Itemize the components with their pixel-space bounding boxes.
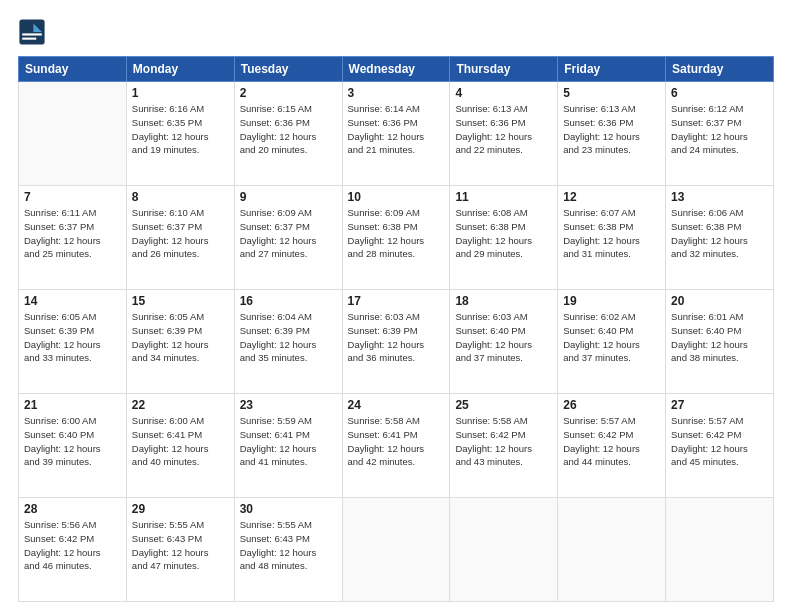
day-number: 8 xyxy=(132,190,229,204)
weekday-header: Tuesday xyxy=(234,57,342,82)
day-number: 1 xyxy=(132,86,229,100)
calendar-cell: 15Sunrise: 6:05 AM Sunset: 6:39 PM Dayli… xyxy=(126,290,234,394)
cell-text: Sunrise: 5:58 AM Sunset: 6:42 PM Dayligh… xyxy=(455,414,552,469)
calendar-cell xyxy=(342,498,450,602)
calendar-cell: 24Sunrise: 5:58 AM Sunset: 6:41 PM Dayli… xyxy=(342,394,450,498)
cell-text: Sunrise: 6:01 AM Sunset: 6:40 PM Dayligh… xyxy=(671,310,768,365)
cell-text: Sunrise: 6:00 AM Sunset: 6:41 PM Dayligh… xyxy=(132,414,229,469)
cell-text: Sunrise: 5:55 AM Sunset: 6:43 PM Dayligh… xyxy=(240,518,337,573)
day-number: 13 xyxy=(671,190,768,204)
cell-text: Sunrise: 6:15 AM Sunset: 6:36 PM Dayligh… xyxy=(240,102,337,157)
calendar-cell: 18Sunrise: 6:03 AM Sunset: 6:40 PM Dayli… xyxy=(450,290,558,394)
weekday-header: Friday xyxy=(558,57,666,82)
cell-text: Sunrise: 6:16 AM Sunset: 6:35 PM Dayligh… xyxy=(132,102,229,157)
day-number: 5 xyxy=(563,86,660,100)
day-number: 4 xyxy=(455,86,552,100)
page-header xyxy=(18,18,774,46)
calendar-cell: 19Sunrise: 6:02 AM Sunset: 6:40 PM Dayli… xyxy=(558,290,666,394)
cell-text: Sunrise: 5:58 AM Sunset: 6:41 PM Dayligh… xyxy=(348,414,445,469)
calendar-cell: 22Sunrise: 6:00 AM Sunset: 6:41 PM Dayli… xyxy=(126,394,234,498)
calendar-cell: 3Sunrise: 6:14 AM Sunset: 6:36 PM Daylig… xyxy=(342,82,450,186)
cell-text: Sunrise: 5:55 AM Sunset: 6:43 PM Dayligh… xyxy=(132,518,229,573)
calendar-week-row: 21Sunrise: 6:00 AM Sunset: 6:40 PM Dayli… xyxy=(19,394,774,498)
calendar-cell: 29Sunrise: 5:55 AM Sunset: 6:43 PM Dayli… xyxy=(126,498,234,602)
cell-text: Sunrise: 6:12 AM Sunset: 6:37 PM Dayligh… xyxy=(671,102,768,157)
calendar-cell xyxy=(450,498,558,602)
calendar-cell xyxy=(666,498,774,602)
day-number: 19 xyxy=(563,294,660,308)
day-number: 30 xyxy=(240,502,337,516)
calendar-cell: 11Sunrise: 6:08 AM Sunset: 6:38 PM Dayli… xyxy=(450,186,558,290)
day-number: 20 xyxy=(671,294,768,308)
calendar-week-row: 14Sunrise: 6:05 AM Sunset: 6:39 PM Dayli… xyxy=(19,290,774,394)
calendar-cell: 1Sunrise: 6:16 AM Sunset: 6:35 PM Daylig… xyxy=(126,82,234,186)
cell-text: Sunrise: 6:04 AM Sunset: 6:39 PM Dayligh… xyxy=(240,310,337,365)
cell-text: Sunrise: 5:56 AM Sunset: 6:42 PM Dayligh… xyxy=(24,518,121,573)
calendar-week-row: 28Sunrise: 5:56 AM Sunset: 6:42 PM Dayli… xyxy=(19,498,774,602)
calendar-cell: 10Sunrise: 6:09 AM Sunset: 6:38 PM Dayli… xyxy=(342,186,450,290)
calendar-table: SundayMondayTuesdayWednesdayThursdayFrid… xyxy=(18,56,774,602)
logo xyxy=(18,18,50,46)
day-number: 17 xyxy=(348,294,445,308)
weekday-header: Sunday xyxy=(19,57,127,82)
calendar-cell: 9Sunrise: 6:09 AM Sunset: 6:37 PM Daylig… xyxy=(234,186,342,290)
cell-text: Sunrise: 6:08 AM Sunset: 6:38 PM Dayligh… xyxy=(455,206,552,261)
cell-text: Sunrise: 6:09 AM Sunset: 6:37 PM Dayligh… xyxy=(240,206,337,261)
calendar-cell xyxy=(19,82,127,186)
weekday-header: Saturday xyxy=(666,57,774,82)
day-number: 23 xyxy=(240,398,337,412)
day-number: 27 xyxy=(671,398,768,412)
day-number: 18 xyxy=(455,294,552,308)
calendar-cell: 27Sunrise: 5:57 AM Sunset: 6:42 PM Dayli… xyxy=(666,394,774,498)
day-number: 16 xyxy=(240,294,337,308)
day-number: 28 xyxy=(24,502,121,516)
day-number: 2 xyxy=(240,86,337,100)
cell-text: Sunrise: 6:10 AM Sunset: 6:37 PM Dayligh… xyxy=(132,206,229,261)
day-number: 22 xyxy=(132,398,229,412)
calendar-cell: 20Sunrise: 6:01 AM Sunset: 6:40 PM Dayli… xyxy=(666,290,774,394)
calendar-cell xyxy=(558,498,666,602)
svg-rect-3 xyxy=(22,38,36,40)
calendar-cell: 6Sunrise: 6:12 AM Sunset: 6:37 PM Daylig… xyxy=(666,82,774,186)
day-number: 3 xyxy=(348,86,445,100)
cell-text: Sunrise: 6:09 AM Sunset: 6:38 PM Dayligh… xyxy=(348,206,445,261)
day-number: 26 xyxy=(563,398,660,412)
calendar-cell: 12Sunrise: 6:07 AM Sunset: 6:38 PM Dayli… xyxy=(558,186,666,290)
calendar-cell: 5Sunrise: 6:13 AM Sunset: 6:36 PM Daylig… xyxy=(558,82,666,186)
calendar-cell: 25Sunrise: 5:58 AM Sunset: 6:42 PM Dayli… xyxy=(450,394,558,498)
cell-text: Sunrise: 6:07 AM Sunset: 6:38 PM Dayligh… xyxy=(563,206,660,261)
calendar-cell: 26Sunrise: 5:57 AM Sunset: 6:42 PM Dayli… xyxy=(558,394,666,498)
calendar-cell: 14Sunrise: 6:05 AM Sunset: 6:39 PM Dayli… xyxy=(19,290,127,394)
svg-rect-2 xyxy=(22,33,42,35)
calendar-cell: 16Sunrise: 6:04 AM Sunset: 6:39 PM Dayli… xyxy=(234,290,342,394)
cell-text: Sunrise: 6:05 AM Sunset: 6:39 PM Dayligh… xyxy=(24,310,121,365)
day-number: 29 xyxy=(132,502,229,516)
calendar-cell: 4Sunrise: 6:13 AM Sunset: 6:36 PM Daylig… xyxy=(450,82,558,186)
day-number: 25 xyxy=(455,398,552,412)
logo-icon xyxy=(18,18,46,46)
day-number: 11 xyxy=(455,190,552,204)
cell-text: Sunrise: 5:57 AM Sunset: 6:42 PM Dayligh… xyxy=(563,414,660,469)
day-number: 7 xyxy=(24,190,121,204)
day-number: 6 xyxy=(671,86,768,100)
cell-text: Sunrise: 6:06 AM Sunset: 6:38 PM Dayligh… xyxy=(671,206,768,261)
calendar-cell: 2Sunrise: 6:15 AM Sunset: 6:36 PM Daylig… xyxy=(234,82,342,186)
cell-text: Sunrise: 6:00 AM Sunset: 6:40 PM Dayligh… xyxy=(24,414,121,469)
cell-text: Sunrise: 6:03 AM Sunset: 6:39 PM Dayligh… xyxy=(348,310,445,365)
calendar-cell: 13Sunrise: 6:06 AM Sunset: 6:38 PM Dayli… xyxy=(666,186,774,290)
calendar-header-row: SundayMondayTuesdayWednesdayThursdayFrid… xyxy=(19,57,774,82)
calendar-cell: 21Sunrise: 6:00 AM Sunset: 6:40 PM Dayli… xyxy=(19,394,127,498)
day-number: 24 xyxy=(348,398,445,412)
calendar-cell: 7Sunrise: 6:11 AM Sunset: 6:37 PM Daylig… xyxy=(19,186,127,290)
calendar-cell: 30Sunrise: 5:55 AM Sunset: 6:43 PM Dayli… xyxy=(234,498,342,602)
cell-text: Sunrise: 6:11 AM Sunset: 6:37 PM Dayligh… xyxy=(24,206,121,261)
calendar-cell: 8Sunrise: 6:10 AM Sunset: 6:37 PM Daylig… xyxy=(126,186,234,290)
day-number: 12 xyxy=(563,190,660,204)
calendar-week-row: 1Sunrise: 6:16 AM Sunset: 6:35 PM Daylig… xyxy=(19,82,774,186)
cell-text: Sunrise: 6:05 AM Sunset: 6:39 PM Dayligh… xyxy=(132,310,229,365)
calendar-cell: 23Sunrise: 5:59 AM Sunset: 6:41 PM Dayli… xyxy=(234,394,342,498)
weekday-header: Monday xyxy=(126,57,234,82)
day-number: 15 xyxy=(132,294,229,308)
cell-text: Sunrise: 5:57 AM Sunset: 6:42 PM Dayligh… xyxy=(671,414,768,469)
day-number: 21 xyxy=(24,398,121,412)
